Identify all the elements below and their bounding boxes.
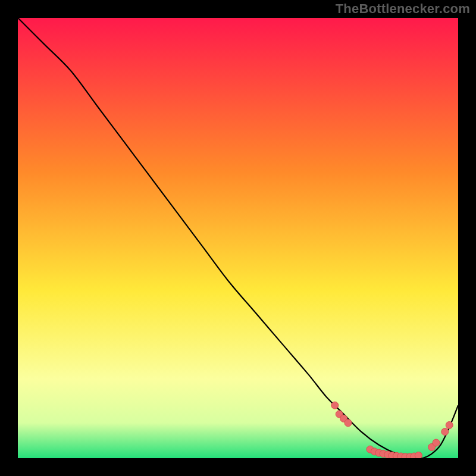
curve-marker bbox=[433, 439, 440, 446]
bottleneck-chart bbox=[18, 18, 458, 458]
curve-marker bbox=[331, 402, 339, 409]
plot-area bbox=[18, 18, 458, 458]
curve-marker bbox=[446, 422, 453, 429]
curve-marker bbox=[415, 452, 422, 458]
curve-marker bbox=[441, 428, 449, 436]
attribution-text: TheBottlenecker.com bbox=[336, 1, 470, 17]
curve-marker bbox=[345, 419, 352, 427]
chart-frame: TheBottlenecker.com bbox=[0, 0, 476, 476]
gradient-background bbox=[18, 18, 458, 458]
